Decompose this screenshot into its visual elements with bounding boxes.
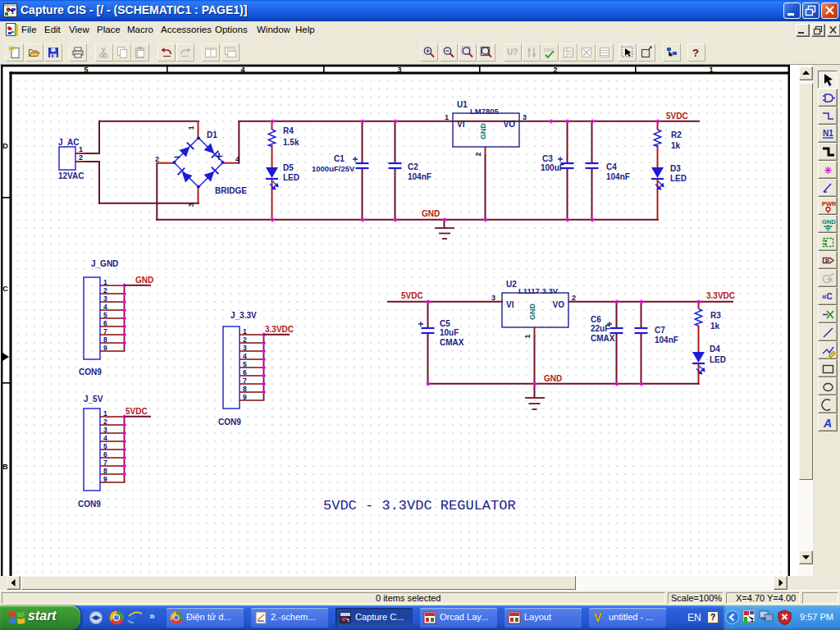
svg-text:LED: LED xyxy=(283,173,299,182)
svg-text:7: 7 xyxy=(103,327,107,336)
svg-text:1: 1 xyxy=(445,113,449,121)
svg-text:GND: GND xyxy=(422,209,440,218)
svg-text:1000uF/25V: 1000uF/25V xyxy=(312,164,355,173)
svg-text:4: 4 xyxy=(235,155,240,163)
svg-text:R3: R3 xyxy=(710,311,721,320)
svg-text:1k: 1k xyxy=(671,141,681,150)
svg-text:5: 5 xyxy=(103,442,107,450)
svg-text:C7: C7 xyxy=(655,326,665,335)
svg-text:GND: GND xyxy=(135,276,153,285)
svg-text:«C: «C xyxy=(822,292,833,301)
svg-text:C: C xyxy=(2,285,8,293)
svg-text:P: P xyxy=(825,258,830,265)
svg-text:22uF: 22uF xyxy=(591,324,609,333)
svg-text:5VDC: 5VDC xyxy=(401,291,423,300)
svg-text:2: 2 xyxy=(553,66,557,74)
svg-text:2: 2 xyxy=(103,286,107,294)
svg-text:J_3.3V: J_3.3V xyxy=(231,311,257,320)
svg-text:10uF: 10uF xyxy=(440,328,459,337)
svg-text:N: N xyxy=(568,51,572,57)
svg-text:BRIDGE: BRIDGE xyxy=(215,186,247,195)
svg-text:J_5V: J_5V xyxy=(84,395,103,404)
svg-text:5VDC: 5VDC xyxy=(126,407,148,416)
svg-text:C4: C4 xyxy=(606,162,617,171)
svg-text:3: 3 xyxy=(187,203,195,207)
svg-text:8: 8 xyxy=(243,385,247,393)
svg-text:4: 4 xyxy=(103,303,107,311)
svg-text:H: H xyxy=(829,278,833,284)
svg-text:3: 3 xyxy=(103,426,107,434)
svg-text:D: D xyxy=(2,142,8,150)
svg-text:6: 6 xyxy=(103,450,107,459)
svg-text:R4: R4 xyxy=(283,126,294,135)
svg-text:R2: R2 xyxy=(671,130,682,139)
svg-text:8: 8 xyxy=(103,336,107,344)
svg-text:LED: LED xyxy=(670,174,687,183)
svg-text:7: 7 xyxy=(243,377,247,385)
svg-text:A: A xyxy=(823,417,832,430)
svg-text:B: B xyxy=(2,463,8,471)
svg-text:2: 2 xyxy=(79,153,83,162)
svg-text:1k: 1k xyxy=(710,322,720,331)
svg-text:GND: GND xyxy=(528,304,536,321)
svg-text:CMAX: CMAX xyxy=(591,334,615,343)
svg-text:VI: VI xyxy=(457,120,465,129)
svg-text:8: 8 xyxy=(103,467,107,475)
svg-text:2: 2 xyxy=(243,336,247,344)
svg-text:100uF: 100uF xyxy=(541,163,564,172)
svg-text:7: 7 xyxy=(103,459,107,467)
svg-text:4: 4 xyxy=(243,352,247,360)
svg-text:4: 4 xyxy=(103,434,107,442)
svg-text:GND: GND xyxy=(822,218,836,226)
svg-text:D4: D4 xyxy=(710,345,720,354)
svg-text:2: 2 xyxy=(155,155,159,163)
svg-text:2: 2 xyxy=(474,152,482,156)
svg-text:D5: D5 xyxy=(283,163,294,172)
svg-text:3.3VDC: 3.3VDC xyxy=(706,291,735,300)
svg-text:L1117 3.3V: L1117 3.3V xyxy=(518,286,559,295)
svg-text:U1: U1 xyxy=(457,100,468,109)
svg-text:1: 1 xyxy=(79,145,83,153)
svg-text:U?: U? xyxy=(507,48,518,57)
svg-text:6: 6 xyxy=(103,319,107,327)
svg-text:1: 1 xyxy=(103,409,107,418)
svg-text:9: 9 xyxy=(103,475,107,483)
svg-text:3: 3 xyxy=(243,344,247,352)
svg-text:3: 3 xyxy=(397,66,401,74)
svg-text:CON9: CON9 xyxy=(78,500,101,509)
svg-text:LED: LED xyxy=(710,355,726,364)
svg-text:U2: U2 xyxy=(506,280,517,289)
svg-text:4: 4 xyxy=(240,66,244,74)
svg-text:9: 9 xyxy=(243,393,247,401)
svg-text:9: 9 xyxy=(103,344,107,352)
svg-text:1: 1 xyxy=(709,66,713,74)
svg-text:GND: GND xyxy=(544,374,562,383)
svg-text:2: 2 xyxy=(572,294,576,302)
svg-text:?: ? xyxy=(692,47,699,59)
svg-text:12VAC: 12VAC xyxy=(58,171,84,180)
svg-text:GND: GND xyxy=(479,123,487,140)
svg-text:1: 1 xyxy=(187,126,195,130)
svg-text:1: 1 xyxy=(523,334,532,338)
svg-text:CON9: CON9 xyxy=(79,368,102,377)
svg-text:J_AC: J_AC xyxy=(58,138,80,147)
svg-text:D1: D1 xyxy=(207,130,217,139)
svg-text:3: 3 xyxy=(491,294,495,302)
svg-text:5VDC: 5VDC xyxy=(666,112,688,121)
svg-text:D3: D3 xyxy=(670,164,681,173)
svg-text:N1: N1 xyxy=(823,129,833,138)
svg-text:C1: C1 xyxy=(334,154,345,163)
svg-text:104nF: 104nF xyxy=(606,172,630,181)
svg-text:C5: C5 xyxy=(440,319,450,328)
svg-text:1: 1 xyxy=(103,278,107,286)
svg-text:6: 6 xyxy=(243,368,247,377)
svg-text:3: 3 xyxy=(103,294,107,303)
svg-text:CON9: CON9 xyxy=(218,418,241,427)
svg-text:1: 1 xyxy=(243,327,247,336)
svg-text:5VDC - 3.3VDC REGULATOR: 5VDC - 3.3VDC REGULATOR xyxy=(323,498,516,514)
svg-text:5: 5 xyxy=(103,311,107,319)
svg-text:J_GND: J_GND xyxy=(91,259,118,268)
svg-text:1.5k: 1.5k xyxy=(283,138,299,147)
svg-text:C2: C2 xyxy=(408,162,418,171)
svg-text:VO: VO xyxy=(553,300,565,309)
